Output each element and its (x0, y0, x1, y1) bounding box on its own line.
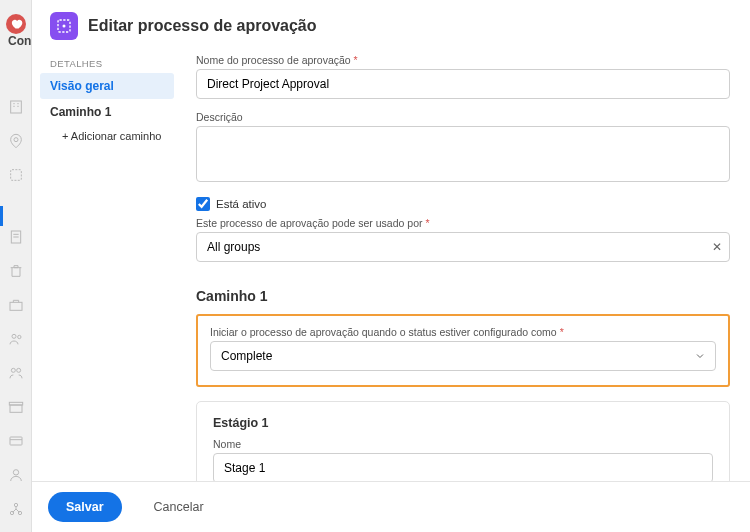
svg-point-14 (16, 368, 20, 372)
svg-rect-10 (10, 302, 22, 310)
rail-icon-org[interactable] (7, 500, 25, 518)
save-button[interactable]: Salvar (48, 492, 122, 522)
label-description: Descrição (196, 111, 730, 123)
rail-active-indicator (0, 206, 3, 226)
path-start-highlight: Iniciar o processo de aprovação quando o… (196, 314, 730, 387)
rail-icon-archive[interactable] (7, 398, 25, 416)
label-usedby: Este processo de aprovação pode ser usad… (196, 217, 730, 229)
start-status-select[interactable] (210, 341, 716, 371)
rail-icon-team[interactable] (7, 364, 25, 382)
app-rail: Con (0, 0, 32, 532)
sidebar-add-path[interactable]: + Adicionar caminho (40, 125, 180, 147)
form-content: Nome do processo de aprovação * Descriçã… (180, 50, 750, 481)
svg-rect-15 (10, 405, 22, 412)
stage-name-input[interactable] (213, 453, 713, 481)
sidebar-item-path1[interactable]: Caminho 1 (40, 99, 174, 125)
label-process-name: Nome do processo de aprovação * (196, 54, 730, 66)
rail-icon-user[interactable] (7, 466, 25, 484)
svg-point-19 (13, 470, 18, 475)
panel-header: Editar processo de aprovação (32, 0, 750, 50)
label-stage-name: Nome (213, 438, 713, 450)
clear-icon[interactable]: ✕ (712, 240, 722, 254)
stage-card: Estágio 1 Nome Aprovadores * (196, 401, 730, 481)
svg-point-13 (11, 368, 15, 372)
sidebar-item-overview[interactable]: Visão geral (40, 73, 174, 99)
svg-point-24 (63, 25, 66, 28)
cancel-button[interactable]: Cancelar (136, 492, 222, 522)
rail-icon-trash[interactable] (7, 262, 25, 280)
rail-icon-pin[interactable] (7, 132, 25, 150)
path-heading: Caminho 1 (196, 288, 730, 304)
panel-title: Editar processo de aprovação (88, 17, 317, 35)
rail-icon-briefcase[interactable] (7, 296, 25, 314)
svg-rect-16 (9, 402, 22, 405)
usedby-select[interactable] (196, 232, 730, 262)
description-textarea[interactable] (196, 126, 730, 182)
svg-point-20 (14, 503, 17, 506)
active-label: Está ativo (216, 198, 267, 210)
svg-rect-6 (10, 170, 21, 181)
detail-sidebar: DETALHES Visão geral Caminho 1 + Adicion… (32, 50, 180, 481)
process-name-input[interactable] (196, 69, 730, 99)
svg-point-5 (14, 138, 18, 142)
rail-icon-doc[interactable] (7, 228, 25, 246)
edit-panel: Editar processo de aprovação DETALHES Vi… (32, 0, 750, 532)
svg-point-12 (17, 335, 20, 338)
brand-logo[interactable] (6, 14, 26, 34)
svg-rect-0 (10, 101, 21, 113)
panel-footer: Salvar Cancelar (32, 481, 750, 532)
label-start-status: Iniciar o processo de aprovação quando o… (210, 326, 716, 338)
approval-process-icon (50, 12, 78, 40)
stage-title: Estágio 1 (213, 416, 713, 430)
rail-icon-building[interactable] (7, 98, 25, 116)
truncated-page-label: Con (8, 34, 31, 48)
active-checkbox[interactable] (196, 197, 210, 211)
svg-point-11 (12, 334, 16, 338)
svg-rect-17 (10, 437, 22, 445)
rail-icon-card[interactable] (7, 432, 25, 450)
rail-icon-process[interactable] (7, 166, 25, 184)
sidebar-section-label: DETALHES (40, 56, 180, 73)
rail-icon-users[interactable] (7, 330, 25, 348)
